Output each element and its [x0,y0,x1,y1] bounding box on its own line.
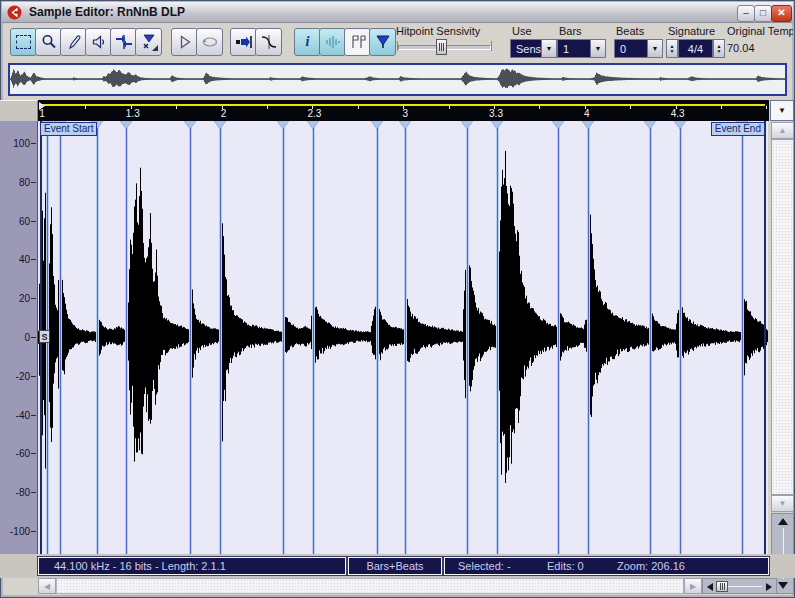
use-dropdown[interactable]: Sens ▼ [510,39,557,58]
minimize-button[interactable]: – [737,5,755,22]
chevron-down-icon[interactable]: ▼ [647,40,662,57]
scale-label: 60 [19,215,30,226]
cubase-app-icon [7,5,22,20]
hitpoint-line[interactable] [282,121,285,554]
hitpoint-edit-tool[interactable] [135,28,162,56]
zoom-in-vertical-icon[interactable] [778,518,788,525]
ruler-label: 1.3 [126,108,140,119]
audio-event-icon [324,35,342,49]
hitpoint-line[interactable] [466,121,469,554]
ruler-format-menu-button[interactable]: ▼ [770,100,794,121]
object-selection-tool[interactable] [10,28,37,56]
hitpoint-handle-icon[interactable] [552,121,564,129]
scale-label: 40 [19,254,30,265]
ruler-label: 2.3 [307,108,321,119]
hitpoint-handle-icon[interactable] [491,121,503,129]
ruler-label: 3.3 [489,108,503,119]
hitpoint-handle-icon[interactable] [371,121,383,129]
scroll-right-button[interactable]: ▶ [684,578,702,594]
hitpoint-handle-icon[interactable] [674,121,686,129]
hitpoint-mode-button[interactable] [369,28,396,56]
hitpoint-sensitivity-slider[interactable] [396,39,493,53]
vertical-scrollbar-track[interactable] [771,139,794,495]
hitpoint-line[interactable] [59,121,62,554]
snap-point-marker[interactable]: S [39,330,50,343]
hitpoint-funnel-icon [374,34,392,50]
status-bar: 44.100 kHz - 16 bits - Length: 2.1.1 Bar… [0,554,795,578]
ruler-format-field[interactable]: Bars+Beats [348,557,442,575]
beats-dropdown[interactable]: 0 ▼ [614,39,663,58]
hitpoint-line[interactable] [376,121,379,554]
waveform-canvas[interactable] [38,121,768,554]
horizontal-scrollbar-track[interactable] [56,578,684,594]
hitpoint-line[interactable] [189,121,192,554]
slider-handle[interactable] [436,39,447,55]
horizontal-zoom-slider[interactable] [702,578,777,594]
waveform-display[interactable]: Event Start Event End S [38,121,768,554]
audition-loop-button[interactable] [196,28,223,56]
scale-label: 20 [19,293,30,304]
hitpoint-handle-icon[interactable] [582,121,594,129]
show-info-button[interactable]: i [294,28,321,56]
hitpoint-line[interactable] [125,121,128,554]
hitpoint-handle-icon[interactable] [184,121,196,129]
hitpoint-tool-icon [139,32,159,52]
signature-label: Signature [668,25,715,37]
event-end-label[interactable]: Event End [711,122,765,136]
scroll-down-button[interactable]: ▼ [771,495,794,512]
event-start-label[interactable]: Event Start [40,122,97,136]
hitpoint-handle-icon[interactable] [214,121,226,129]
hitpoint-line[interactable] [312,121,315,554]
hitpoint-handle-icon[interactable] [644,121,656,129]
hitpoint-line[interactable] [649,121,652,554]
event-end-line[interactable] [764,121,766,554]
titlebar[interactable]: Sample Editor: RnNnB DLP – □ ✕ [2,2,793,23]
hitpoint-handle-icon[interactable] [277,121,289,129]
autoscroll-button[interactable] [230,28,257,56]
hitpoint-line[interactable] [496,121,499,554]
spinner-up-down-icon[interactable]: ▲▼ [666,39,678,58]
horizontal-zoom-handle[interactable] [716,581,728,592]
zero-crossing-button[interactable] [255,28,282,56]
overview-strip[interactable] [8,63,787,96]
double-arrow-icon [114,33,134,51]
hitpoint-line[interactable] [741,121,744,554]
hitpoint-handle-icon[interactable] [461,121,473,129]
zoom-tool[interactable] [35,28,62,56]
spinner-up-down-icon[interactable]: ▲▼ [713,39,725,58]
chevron-down-icon[interactable]: ▼ [590,40,605,57]
zoom-in-horizontal-icon[interactable] [766,583,772,591]
overview-waveform[interactable] [10,65,785,94]
ruler-corner [0,100,38,121]
ruler-label: 2 [221,108,227,119]
show-audio-event-button[interactable] [319,28,346,56]
speaker-icon [90,33,108,51]
sample-editor-window: Sample Editor: RnNnB DLP – □ ✕ i [0,0,795,598]
hitpoint-line[interactable] [219,121,222,554]
hitpoint-line[interactable] [557,121,560,554]
scale-label: 100 [13,138,30,149]
hitpoint-line[interactable] [587,121,590,554]
scroll-left-button[interactable]: ◀ [38,578,56,594]
timeline-ruler[interactable]: 11.322.333.344.3 [38,100,769,121]
hitpoint-handle-icon[interactable] [307,121,319,129]
maximize-button[interactable]: □ [754,5,772,22]
trim-scrub-tool[interactable] [110,28,137,56]
close-button[interactable]: ✕ [771,5,792,22]
hitpoint-handle-icon[interactable] [120,121,132,129]
bars-dropdown[interactable]: 1 ▼ [557,39,606,58]
play-icon [177,34,193,50]
chevron-down-icon[interactable]: ▼ [541,40,556,57]
zoom-out-horizontal-icon[interactable] [707,583,713,591]
zoom-info: Zoom: 206.16 [617,558,685,574]
scroll-up-button[interactable]: ▲ [771,122,794,139]
magnifier-icon [40,33,58,51]
audition-play-button[interactable] [171,28,198,56]
play-scrub-tool[interactable] [85,28,112,56]
hitpoint-line[interactable] [96,121,99,554]
draw-tool[interactable] [60,28,87,56]
hitpoint-handle-icon[interactable] [399,121,411,129]
hitpoint-line[interactable] [404,121,407,554]
hitpoint-line[interactable] [679,121,682,554]
show-regions-button[interactable] [344,28,371,56]
